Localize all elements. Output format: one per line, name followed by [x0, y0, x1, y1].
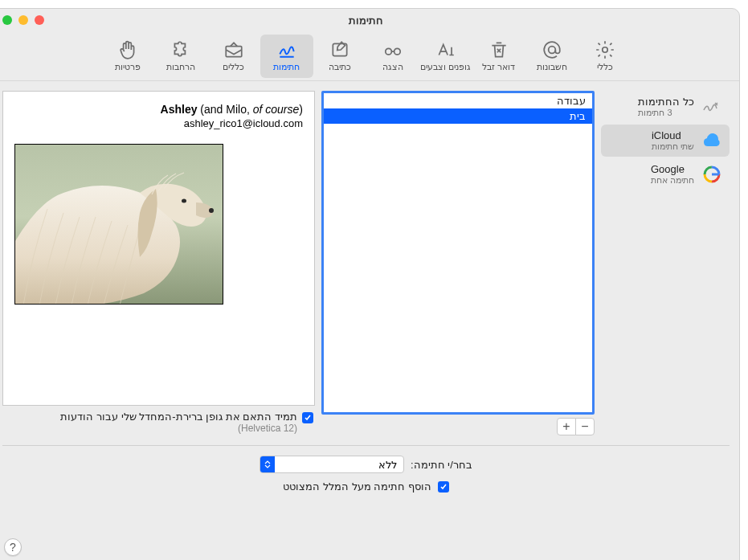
close-window-button[interactable] [35, 15, 44, 25]
preferences-toolbar: כללי חשבונות דואר זבל גופנים וצבעים הצגה [0, 31, 739, 81]
glasses-icon [382, 39, 403, 60]
preview-email: ashley_rico1@icloud.com [14, 117, 303, 129]
place-above-label: הוסף חתימה מעל המלל המצוטט [283, 480, 431, 493]
icloud-icon [701, 129, 723, 152]
sidebar-item-google[interactable]: Google חתימה אחת [601, 158, 730, 190]
font-match-checkbox-row: תמיד התאם את גופן ברירת-המחדל שלי עבור ה… [2, 406, 315, 439]
tab-signatures[interactable]: חתימות [260, 35, 313, 78]
preview-column: Ashley (and Milo, of course) ashley_rico… [2, 91, 315, 439]
titlebar: חתימות [0, 9, 739, 31]
minimize-window-button[interactable] [18, 15, 28, 25]
sidebar-item-all-signatures[interactable]: כל החתימות 3 חתימות [601, 91, 730, 123]
tab-viewing[interactable]: הצגה [366, 35, 419, 78]
tab-fonts-colors[interactable]: גופנים וצבעים [419, 35, 472, 78]
font-match-checkbox[interactable] [302, 412, 313, 423]
font-match-sub: (Helvetica 12) [60, 423, 297, 434]
signature-row-work[interactable]: עבודה [324, 93, 592, 108]
compose-icon [329, 39, 350, 60]
window-title: חתימות [2, 14, 730, 27]
svg-point-1 [548, 47, 555, 54]
fonts-icon [435, 39, 456, 60]
gear-icon [595, 39, 615, 60]
help-button[interactable]: ? [4, 538, 22, 556]
svg-point-10 [209, 208, 214, 213]
svg-point-11 [182, 199, 186, 203]
add-signature-button[interactable]: + [557, 418, 576, 435]
select-arrows-icon [260, 456, 275, 472]
signatures-list: עבודה בית [321, 91, 595, 415]
zoom-window-button[interactable] [2, 15, 12, 25]
all-signatures-icon [701, 96, 723, 118]
svg-point-0 [602, 47, 607, 53]
accounts-sidebar: כל החתימות 3 חתימות iCloud שתי חתימות [601, 91, 730, 439]
at-icon [542, 39, 562, 60]
preview-image [14, 144, 223, 305]
signature-preview[interactable]: Ashley (and Milo, of course) ashley_rico… [2, 91, 315, 406]
preview-name: Ashley (and Milo, of course) [14, 103, 303, 116]
hand-icon [117, 39, 138, 60]
divider [2, 445, 730, 446]
tab-privacy[interactable]: פרטיות [101, 35, 154, 78]
tab-accounts[interactable]: חשבונות [525, 35, 578, 78]
trash-icon [488, 39, 509, 60]
svg-point-2 [385, 48, 391, 55]
rules-icon [223, 39, 244, 60]
signature-row-home[interactable]: בית [324, 108, 592, 124]
puzzle-icon [170, 39, 191, 60]
bottom-controls: בחר/י חתימה: ללא הוסף חתימה מעל המלל המצ… [0, 452, 739, 502]
tab-rules[interactable]: כללים [207, 35, 260, 78]
tab-composing[interactable]: כתיבה [313, 35, 366, 78]
choose-signature-select[interactable]: ללא [260, 456, 404, 473]
svg-point-3 [394, 48, 400, 55]
traffic-lights [2, 15, 44, 25]
font-match-label: תמיד התאם את גופן ברירת-המחדל שלי עבור ה… [60, 411, 297, 423]
tab-extensions[interactable]: הרחבות [154, 35, 207, 78]
add-remove-buttons: + − [321, 415, 595, 439]
content-area: כל החתימות 3 חתימות iCloud שתי חתימות [0, 81, 739, 439]
signatures-list-column: עבודה בית + − [321, 91, 595, 439]
tab-general[interactable]: כללי [578, 35, 632, 78]
choose-signature-label: בחר/י חתימה: [411, 459, 472, 471]
google-icon [701, 163, 723, 186]
place-above-checkbox[interactable] [438, 481, 449, 493]
tab-junk[interactable]: דואר זבל [472, 35, 525, 78]
preferences-window: חתימות כללי חשבונות דואר זבל גופנים וצבע… [0, 8, 740, 560]
remove-signature-button[interactable]: − [575, 418, 595, 435]
sidebar-item-icloud[interactable]: iCloud שתי חתימות [601, 125, 730, 157]
signature-icon [276, 39, 297, 60]
